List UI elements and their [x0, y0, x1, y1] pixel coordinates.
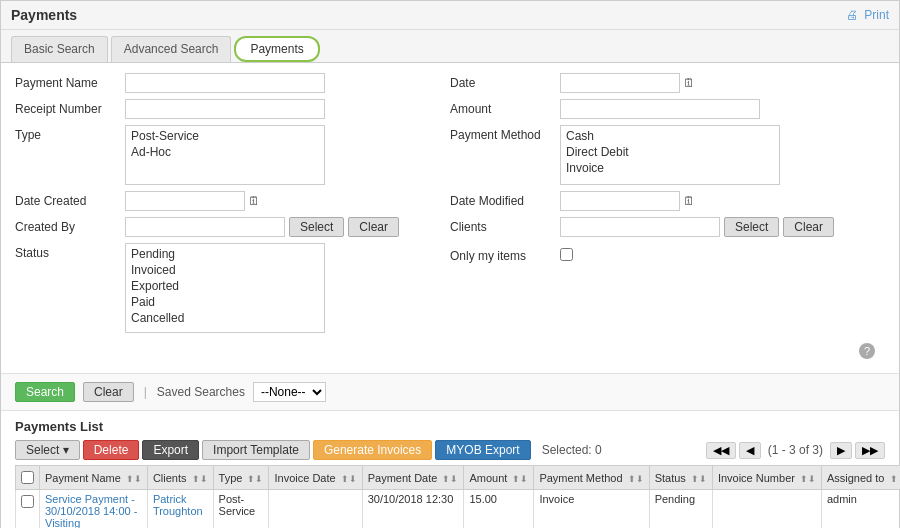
col-payment-date[interactable]: Payment Date ⬆⬇ [362, 466, 464, 490]
date-created-col: Date Created 🗓 [15, 191, 450, 211]
search-btn[interactable]: Search [15, 382, 75, 402]
amount-col: Amount [450, 99, 885, 119]
created-by-select-btn[interactable]: Select [289, 217, 344, 237]
row-payment-method-0: Invoice [534, 490, 649, 529]
status-label: Status [15, 243, 125, 260]
date-created-label: Date Created [15, 191, 125, 208]
col-payment-method[interactable]: Payment Method ⬆⬇ [534, 466, 649, 490]
select-btn[interactable]: Select ▾ [15, 440, 80, 460]
status-exported[interactable]: Exported [128, 278, 322, 294]
payment-method-cash[interactable]: Cash [563, 128, 777, 144]
payment-method-listbox[interactable]: Cash Direct Debit Invoice [560, 125, 780, 185]
payment-name-input[interactable] [125, 73, 325, 93]
payment-method-col: Payment Method Cash Direct Debit Invoice [450, 125, 885, 185]
col-status[interactable]: Status ⬆⬇ [649, 466, 712, 490]
row-payment-name-0: Service Payment - 30/10/2018 14:00 - Vis… [40, 490, 148, 529]
sort-icon-payment-date: ⬆⬇ [442, 474, 458, 484]
status-cancelled[interactable]: Cancelled [128, 310, 322, 326]
first-page-btn[interactable]: ◀◀ [706, 442, 736, 459]
next-page-btn[interactable]: ▶ [830, 442, 852, 459]
client-link-0[interactable]: Patrick Troughton [153, 493, 203, 517]
tab-advanced-search[interactable]: Advanced Search [111, 36, 232, 62]
sort-icon-type: ⬆⬇ [247, 474, 263, 484]
export-btn[interactable]: Export [142, 440, 199, 460]
delete-btn[interactable]: Delete [83, 440, 140, 460]
divider: | [144, 385, 147, 399]
col-type[interactable]: Type ⬆⬇ [213, 466, 269, 490]
created-by-clear-btn[interactable]: Clear [348, 217, 399, 237]
only-my-items-checkbox[interactable] [560, 248, 573, 261]
only-my-items-label: Only my items [450, 246, 560, 263]
status-listbox[interactable]: Pending Invoiced Exported Paid Cancelled [125, 243, 325, 333]
amount-input[interactable] [560, 99, 760, 119]
type-option-ad-hoc[interactable]: Ad-Hoc [128, 144, 322, 160]
date-modified-col: Date Modified 🗓 [450, 191, 885, 211]
row-amount-0: 15.00 [464, 490, 534, 529]
search-clear-btn[interactable]: Clear [83, 382, 134, 402]
payment-method-invoice[interactable]: Invoice [563, 160, 777, 176]
col-invoice-date[interactable]: Invoice Date ⬆⬇ [269, 466, 362, 490]
date-created-calendar-icon[interactable]: 🗓 [248, 194, 260, 208]
select-dropdown-icon: ▾ [63, 443, 69, 457]
sort-icon-amount: ⬆⬇ [512, 474, 528, 484]
form-row-3: Type Post-Service Ad-Hoc Payment Method … [15, 125, 885, 185]
type-option-post-service[interactable]: Post-Service [128, 128, 322, 144]
form-row-2: Receipt Number Amount [15, 99, 885, 119]
row-payment-date-0: 30/10/2018 12:30 [362, 490, 464, 529]
type-label: Type [15, 125, 125, 142]
only-my-items-col: Only my items [450, 243, 885, 263]
created-by-label: Created By [15, 217, 125, 234]
form-row-6: Status Pending Invoiced Exported Paid Ca… [15, 243, 885, 333]
import-template-btn[interactable]: Import Template [202, 440, 310, 460]
clients-col: Clients Select Clear [450, 217, 885, 237]
saved-searches-select[interactable]: --None-- [253, 382, 326, 402]
help-icon[interactable]: ? [859, 343, 875, 359]
clients-clear-btn[interactable]: Clear [783, 217, 834, 237]
calendar-icon[interactable]: 🗓 [683, 76, 695, 90]
payments-list-title: Payments List [15, 419, 885, 434]
created-by-input[interactable] [125, 217, 285, 237]
col-payment-name[interactable]: Payment Name ⬆⬇ [40, 466, 148, 490]
payment-method-direct-debit[interactable]: Direct Debit [563, 144, 777, 160]
col-amount[interactable]: Amount ⬆⬇ [464, 466, 534, 490]
print-link[interactable]: 🖨 Print [846, 8, 889, 22]
col-invoice-number[interactable]: Invoice Number ⬆⬇ [712, 466, 821, 490]
status-col: Status Pending Invoiced Exported Paid Ca… [15, 243, 450, 333]
select-all-header[interactable] [16, 466, 40, 490]
type-col: Type Post-Service Ad-Hoc [15, 125, 450, 185]
generate-invoices-btn[interactable]: Generate Invoices [313, 440, 432, 460]
row-clients-0: Patrick Troughton [147, 490, 213, 529]
payment-name-link-0[interactable]: Service Payment - 30/10/2018 14:00 - Vis… [45, 493, 137, 528]
pagination-right: ◀◀ ◀ (1 - 3 of 3) ▶ ▶▶ [706, 442, 885, 459]
created-by-col: Created By Select Clear [15, 217, 450, 237]
row-type-0: Post-Service [213, 490, 269, 529]
status-invoiced[interactable]: Invoiced [128, 262, 322, 278]
date-created-input-wrapper: 🗓 [125, 191, 260, 211]
prev-page-btn[interactable]: ◀ [739, 442, 761, 459]
select-all-checkbox[interactable] [21, 471, 34, 484]
page-title: Payments [11, 7, 77, 23]
myob-export-btn[interactable]: MYOB Export [435, 440, 530, 460]
receipt-number-input[interactable] [125, 99, 325, 119]
type-listbox[interactable]: Post-Service Ad-Hoc [125, 125, 325, 185]
date-modified-input[interactable] [560, 191, 680, 211]
date-created-input[interactable] [125, 191, 245, 211]
status-paid[interactable]: Paid [128, 294, 322, 310]
tab-basic-search[interactable]: Basic Search [11, 36, 108, 62]
sort-icon-payment-method: ⬆⬇ [628, 474, 644, 484]
page-info: (1 - 3 of 3) [768, 443, 823, 457]
col-clients[interactable]: Clients ⬆⬇ [147, 466, 213, 490]
payments-table: Payment Name ⬆⬇ Clients ⬆⬇ Type ⬆⬇ Invoi… [15, 465, 900, 528]
clients-input[interactable] [560, 217, 720, 237]
date-modified-calendar-icon[interactable]: 🗓 [683, 194, 695, 208]
created-by-group: Select Clear [125, 217, 399, 237]
tab-payments[interactable]: Payments [234, 36, 319, 62]
date-input[interactable] [560, 73, 680, 93]
payment-method-label: Payment Method [450, 125, 560, 142]
col-assigned-to[interactable]: Assigned to ⬆⬇ [821, 466, 900, 490]
row-select-checkbox-0[interactable] [21, 495, 34, 508]
last-page-btn[interactable]: ▶▶ [855, 442, 885, 459]
row-status-0: Pending [649, 490, 712, 529]
clients-select-btn[interactable]: Select [724, 217, 779, 237]
status-pending[interactable]: Pending [128, 246, 322, 262]
